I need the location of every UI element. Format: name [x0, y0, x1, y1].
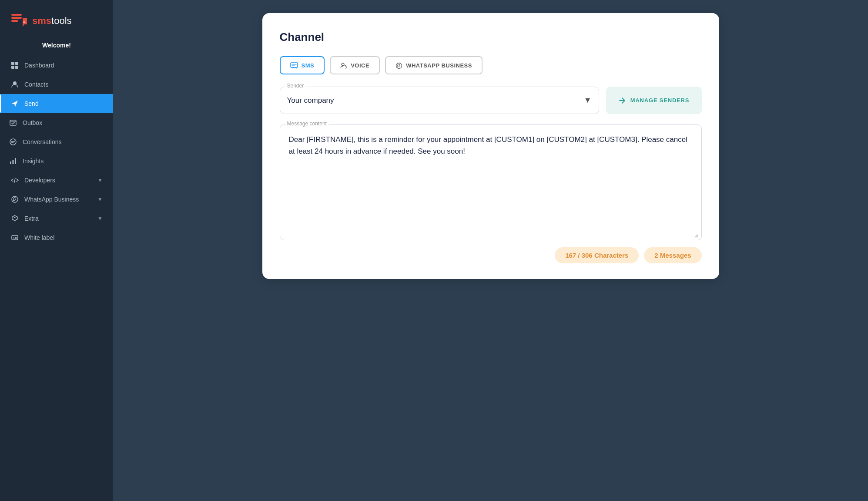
- svg-rect-11: [10, 161, 11, 164]
- sidebar: ≡ smstools Welcome! Dashboard: [0, 0, 113, 501]
- sender-field[interactable]: Sender Your company ▼: [280, 87, 599, 114]
- messages-badge: 2 Messages: [644, 247, 701, 263]
- outbox-label: Outbox: [23, 119, 103, 126]
- sender-section: Sender Your company ▼ MANAGE SENDERS: [280, 87, 702, 114]
- sidebar-item-dashboard[interactable]: Dashboard: [0, 56, 113, 75]
- sms-tab-icon: [290, 61, 298, 69]
- sender-label: Sender: [285, 83, 306, 89]
- whatsapp-tab-label: WHATSAPP BUSINESS: [406, 62, 472, 69]
- svg-rect-5: [15, 62, 18, 65]
- send-label: Send: [24, 100, 103, 107]
- whatsapp-label: WhatsApp Business: [24, 196, 92, 203]
- logo: ≡ smstools: [0, 0, 113, 38]
- channel-tabs: SMS VOICE: [280, 56, 702, 74]
- svg-rect-1: [11, 17, 22, 19]
- manage-senders-button[interactable]: MANAGE SENDERS: [606, 87, 702, 114]
- sidebar-item-whatsapp-business[interactable]: WhatsApp Business ▼: [0, 190, 113, 209]
- svg-rect-4: [11, 62, 14, 65]
- svg-point-10: [10, 139, 16, 145]
- whatsapp-tab-icon: [395, 61, 402, 69]
- welcome-text: Welcome!: [0, 38, 113, 56]
- dashboard-label: Dashboard: [24, 62, 103, 69]
- svg-rect-7: [15, 66, 18, 69]
- svg-rect-2: [11, 20, 18, 22]
- message-textarea[interactable]: [289, 134, 693, 221]
- manage-senders-icon: [618, 97, 626, 104]
- sidebar-item-contacts[interactable]: Contacts: [0, 75, 113, 94]
- svg-point-18: [342, 63, 344, 66]
- conversations-label: Conversations: [23, 138, 103, 145]
- svg-rect-17: [291, 63, 298, 67]
- message-content-label: Message content: [285, 121, 328, 127]
- extra-chevron: ▼: [97, 215, 103, 222]
- developers-label: Developers: [24, 177, 92, 184]
- voice-tab-label: VOICE: [351, 62, 369, 69]
- whatsapp-chevron: ▼: [97, 196, 103, 202]
- sidebar-item-insights[interactable]: Insights: [0, 151, 113, 171]
- message-section: Message content ◢ 167 / 306 Characters 2…: [280, 124, 702, 263]
- dashboard-icon: [10, 61, 19, 70]
- sidebar-item-send[interactable]: Send: [0, 94, 113, 113]
- developers-chevron: ▼: [97, 177, 103, 183]
- svg-rect-9: [10, 120, 16, 125]
- insights-label: Insights: [23, 158, 103, 165]
- sidebar-item-white-label[interactable]: White label: [0, 228, 113, 247]
- logo-icon: ≡: [10, 12, 28, 30]
- sidebar-item-conversations[interactable]: Conversations: [0, 132, 113, 151]
- svg-rect-12: [13, 160, 14, 164]
- sender-chevron-icon: ▼: [584, 96, 592, 105]
- voice-tab-icon: [340, 61, 347, 69]
- resize-handle[interactable]: ◢: [694, 233, 700, 238]
- white-label-icon: [10, 233, 19, 242]
- developers-icon: [10, 176, 19, 185]
- svg-rect-6: [11, 66, 14, 69]
- tab-voice[interactable]: VOICE: [330, 56, 380, 74]
- extra-icon: [10, 214, 19, 223]
- svg-rect-13: [15, 158, 16, 164]
- sender-value: Your company: [287, 96, 334, 105]
- sms-tab-label: SMS: [302, 62, 315, 69]
- sidebar-item-developers[interactable]: Developers ▼: [0, 171, 113, 190]
- sidebar-nav: Dashboard Contacts Send: [0, 56, 113, 492]
- svg-rect-0: [11, 14, 22, 16]
- characters-badge: 167 / 306 Characters: [555, 247, 639, 263]
- sender-select[interactable]: Your company ▼: [287, 87, 592, 114]
- contacts-label: Contacts: [24, 81, 103, 88]
- tab-whatsapp-business[interactable]: WHATSAPP BUSINESS: [385, 56, 483, 74]
- whatsapp-icon: [10, 195, 19, 204]
- conversations-icon: [9, 138, 17, 146]
- main-content: Channel SMS: [113, 0, 868, 501]
- manage-senders-label: MANAGE SENDERS: [630, 97, 689, 104]
- extra-label: Extra: [24, 215, 92, 222]
- stats-row: 167 / 306 Characters 2 Messages: [280, 247, 702, 263]
- white-label-label: White label: [24, 234, 103, 241]
- page-title: Channel: [280, 30, 702, 44]
- sidebar-item-outbox[interactable]: Outbox: [0, 113, 113, 132]
- brand-name: smstools: [32, 15, 72, 27]
- svg-point-16: [15, 237, 17, 239]
- svg-text:≡: ≡: [23, 20, 25, 24]
- message-field: Message content ◢: [280, 124, 702, 240]
- contacts-icon: [10, 80, 19, 89]
- insights-icon: [9, 157, 17, 165]
- outbox-icon: [9, 118, 17, 127]
- sender-wrapper: Sender Your company ▼ MANAGE SENDERS: [280, 87, 702, 114]
- channel-card: Channel SMS: [262, 13, 719, 279]
- sidebar-item-extra[interactable]: Extra ▼: [0, 209, 113, 228]
- tab-sms[interactable]: SMS: [280, 56, 325, 74]
- send-icon: [10, 99, 19, 108]
